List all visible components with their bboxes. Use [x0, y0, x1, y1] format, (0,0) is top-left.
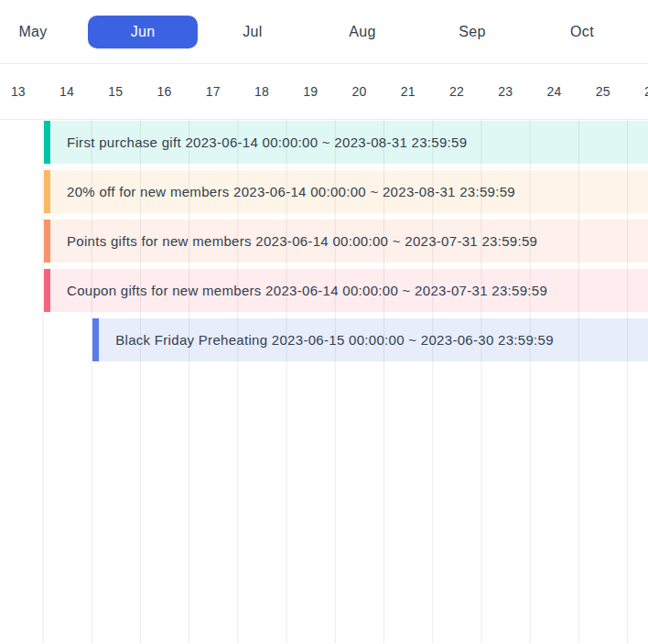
event-label: Coupon gifts for new members 2023-06-14 …	[67, 283, 547, 298]
event-bar[interactable]: Coupon gifts for new members 2023-06-14 …	[44, 269, 648, 312]
event-accent-bar	[44, 121, 50, 164]
timeline-grid: First purchase gift 2023-06-14 00:00:00 …	[0, 120, 648, 643]
event-label: 20% off for new members 2023-06-14 00:00…	[67, 184, 515, 199]
month-tab-oct[interactable]: Oct	[527, 16, 637, 48]
event-accent-bar	[44, 220, 50, 263]
month-tab-may[interactable]: May	[0, 16, 88, 48]
event-label: Black Friday Preheating 2023-06-15 00:00…	[115, 332, 554, 348]
event-bar[interactable]: First purchase gift 2023-06-14 00:00:00 …	[44, 121, 648, 164]
month-tab-jul[interactable]: Jul	[198, 16, 308, 48]
day-label-22: 22	[449, 84, 464, 99]
day-label-17: 17	[206, 84, 221, 99]
month-tab-aug[interactable]: Aug	[308, 16, 417, 48]
event-bar[interactable]: 20% off for new members 2023-06-14 00:00…	[44, 170, 648, 213]
day-label-21: 21	[401, 84, 416, 99]
day-label-19: 19	[303, 84, 318, 99]
day-header: 1314151617181920212223242526	[0, 64, 648, 120]
event-label: First purchase gift 2023-06-14 00:00:00 …	[67, 134, 467, 150]
day-label-18: 18	[254, 84, 269, 99]
event-accent-bar	[44, 170, 50, 213]
day-label-16: 16	[157, 84, 172, 99]
month-tab-sep[interactable]: Sep	[417, 16, 527, 48]
event-accent-bar	[92, 318, 99, 361]
event-bar[interactable]: Black Friday Preheating 2023-06-15 00:00…	[92, 318, 648, 361]
day-label-20: 20	[351, 84, 366, 99]
event-bar[interactable]: Points gifts for new members 2023-06-14 …	[44, 220, 648, 263]
day-label-14: 14	[59, 84, 74, 99]
event-label: Points gifts for new members 2023-06-14 …	[67, 233, 537, 249]
month-tab-jun[interactable]: Jun	[88, 16, 198, 48]
event-accent-bar	[44, 269, 50, 312]
campaign-timeline: MayJunJulAugSepOct 131415161718192021222…	[0, 0, 648, 644]
day-label-23: 23	[498, 84, 513, 99]
day-label-26: 26	[644, 84, 648, 99]
day-label-25: 25	[596, 84, 610, 99]
day-label-15: 15	[108, 84, 123, 99]
day-label-13: 13	[11, 84, 26, 99]
month-tabs-bar: MayJunJulAugSepOct	[0, 0, 648, 64]
day-label-24: 24	[546, 84, 561, 99]
month-tabs-row: MayJunJulAugSepOct	[0, 0, 648, 63]
